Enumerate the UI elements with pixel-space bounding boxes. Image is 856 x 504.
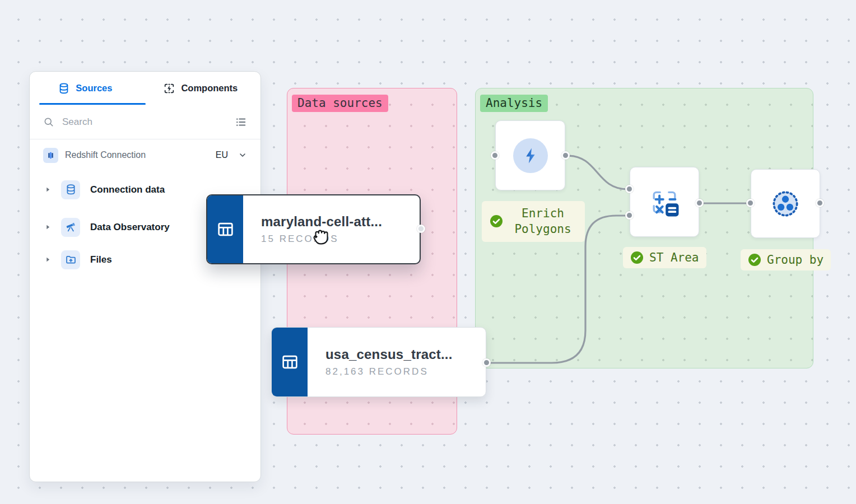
table-icon: [207, 195, 243, 263]
workflow-canvas[interactable]: Data sources Analysis: [0, 0, 856, 504]
st-area-status-badge: ST Area: [623, 247, 706, 268]
group-by-icon: [767, 185, 804, 222]
tab-sources-label: Sources: [76, 83, 112, 94]
enrich-polygons-node[interactable]: [495, 120, 565, 190]
enrich-polygons-status-badge: Enrich Polygons: [482, 201, 585, 242]
tab-components[interactable]: Components: [141, 72, 260, 105]
lightning-icon: [513, 138, 548, 173]
telescope-icon: [61, 218, 80, 237]
check-circle-icon: [490, 214, 503, 228]
source-node-title: usa_census_tract...: [325, 347, 486, 362]
sidebar-item-label: Files: [90, 254, 112, 265]
usa-census-source-node[interactable]: usa_census_tract... 82,163 RECORDS: [271, 327, 486, 397]
data-sources-group-label: Data sources: [292, 95, 388, 112]
connection-region: EU: [216, 150, 228, 160]
starea-input-port-1[interactable]: [625, 185, 634, 193]
source-node-records: 82,163 RECORDS: [325, 366, 486, 377]
check-circle-icon: [630, 251, 644, 264]
groupby-output-port[interactable]: [816, 199, 824, 207]
grab-cursor-icon: [309, 224, 332, 246]
search-bar: [30, 105, 260, 139]
search-input[interactable]: [62, 116, 227, 128]
source-node-title: maryland-cell-att...: [261, 214, 420, 230]
status-label: Group by: [767, 252, 824, 268]
database-icon: [58, 82, 70, 95]
usa-output-port[interactable]: [482, 358, 491, 367]
maryland-output-port[interactable]: [417, 225, 425, 233]
starea-output-port[interactable]: [695, 199, 704, 207]
status-label: Enrich Polygons: [509, 206, 577, 237]
connection-name: Redshift Connection: [65, 150, 209, 160]
redshift-icon: [43, 148, 58, 163]
st-area-icon: [647, 185, 682, 220]
starea-input-port-2[interactable]: [625, 211, 634, 220]
sources-panel: Sources Components: [29, 71, 261, 482]
active-tab-underline: [39, 103, 146, 105]
group-by-status-badge: Group by: [741, 249, 831, 270]
enrich-input-port[interactable]: [491, 151, 499, 160]
enrich-output-port[interactable]: [561, 151, 570, 160]
st-area-node[interactable]: [630, 167, 699, 237]
check-circle-icon: [748, 253, 761, 267]
tab-sources[interactable]: Sources: [30, 72, 141, 105]
analysis-group-label: Analysis: [480, 95, 548, 112]
chevron-right-icon[interactable]: [44, 256, 53, 263]
panel-tabs: Sources Components: [30, 72, 260, 105]
chevron-right-icon[interactable]: [44, 186, 53, 193]
folder-upload-icon: [61, 250, 80, 269]
table-icon: [272, 328, 308, 396]
group-by-node[interactable]: [751, 169, 820, 238]
list-view-icon[interactable]: [235, 116, 247, 128]
chevron-right-icon[interactable]: [44, 223, 53, 231]
connection-selector[interactable]: Redshift Connection EU: [30, 139, 260, 171]
groupby-input-port[interactable]: [746, 199, 755, 207]
status-label: ST Area: [649, 250, 699, 265]
search-icon: [43, 116, 54, 128]
components-icon: [163, 82, 175, 95]
sidebar-item-label: Connection data: [90, 184, 165, 195]
source-node-records: 15 RECORDS: [261, 234, 420, 245]
sidebar-item-label: Data Observatory: [90, 222, 170, 233]
tab-components-label: Components: [181, 83, 238, 94]
database-icon: [61, 180, 80, 199]
chevron-down-icon[interactable]: [238, 151, 247, 160]
